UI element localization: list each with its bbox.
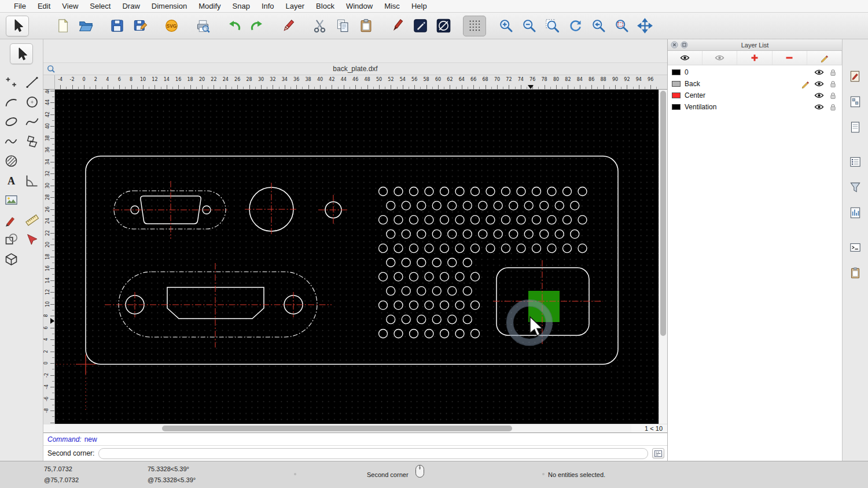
freehand-tool-button[interactable] <box>1 132 21 150</box>
vent-hole[interactable] <box>517 216 525 224</box>
zoom-window-button[interactable] <box>610 16 633 36</box>
vent-hole[interactable] <box>387 258 395 267</box>
vent-hole[interactable] <box>425 330 433 338</box>
menu-item-layer[interactable]: Layer <box>280 2 311 10</box>
vent-hole[interactable] <box>532 216 541 224</box>
vent-hole[interactable] <box>448 287 457 295</box>
layer-lock-icon[interactable] <box>828 80 838 88</box>
brush-tool-button[interactable] <box>1 210 21 229</box>
vent-hole[interactable] <box>563 244 572 253</box>
vent-hole[interactable] <box>410 330 418 338</box>
vent-hole[interactable] <box>417 258 426 267</box>
vent-hole[interactable] <box>455 216 464 224</box>
layer-lock-icon[interactable] <box>828 92 838 99</box>
vent-hole[interactable] <box>417 287 426 295</box>
add-layer-button[interactable] <box>737 51 772 65</box>
menu-item-block[interactable]: Block <box>310 2 340 10</box>
vent-hole[interactable] <box>455 187 464 196</box>
svg-export-button[interactable]: SVG <box>160 16 183 36</box>
vent-hole[interactable] <box>547 187 556 196</box>
drawing-canvas[interactable] <box>55 90 659 424</box>
menu-item-file[interactable]: File <box>8 2 32 10</box>
round-hole-small[interactable] <box>318 195 348 225</box>
vent-hole[interactable] <box>486 244 495 253</box>
vent-hole[interactable] <box>455 272 464 281</box>
vent-hole[interactable] <box>379 187 388 196</box>
print-preview-button[interactable] <box>191 16 214 36</box>
vent-hole[interactable] <box>502 216 510 224</box>
zoom-refresh-button[interactable] <box>564 16 587 36</box>
vent-hole[interactable] <box>410 244 418 253</box>
vent-hole[interactable] <box>394 330 403 338</box>
vent-hole[interactable] <box>432 201 441 210</box>
ellipse-tool-button[interactable] <box>1 112 21 131</box>
save-button[interactable] <box>105 16 128 36</box>
vent-hole[interactable] <box>555 230 564 238</box>
vent-hole[interactable] <box>425 187 433 196</box>
circle-tool-button[interactable] <box>22 93 42 111</box>
vent-hole[interactable] <box>517 187 525 196</box>
vent-hole[interactable] <box>379 272 388 281</box>
menu-item-window[interactable]: Window <box>340 2 378 10</box>
attributes-button[interactable] <box>409 16 432 36</box>
vent-hole[interactable] <box>479 230 487 238</box>
vent-hole[interactable] <box>532 244 541 253</box>
layer-visibility-eye-icon[interactable] <box>814 80 824 87</box>
image-tool-button[interactable] <box>1 191 21 209</box>
vent-hole[interactable] <box>432 258 441 267</box>
vent-hole[interactable] <box>410 216 418 224</box>
vent-hole[interactable] <box>440 272 449 281</box>
vent-hole[interactable] <box>524 201 533 210</box>
vent-hole[interactable] <box>463 201 472 210</box>
vent-hole[interactable] <box>463 287 472 295</box>
vent-hole[interactable] <box>402 230 410 238</box>
vent-hole[interactable] <box>394 216 403 224</box>
vent-hole[interactable] <box>387 201 395 210</box>
vent-hole[interactable] <box>425 216 433 224</box>
zoom-out-button[interactable] <box>517 16 540 36</box>
pen-panel-button[interactable] <box>846 67 865 86</box>
point-tool-button[interactable] <box>1 73 21 91</box>
menu-item-select[interactable]: Select <box>84 2 116 10</box>
vent-hole[interactable] <box>417 201 426 210</box>
menu-item-snap[interactable]: Snap <box>227 2 256 10</box>
vent-hole[interactable] <box>486 216 495 224</box>
cut-button[interactable] <box>308 16 331 36</box>
save-as-button[interactable] <box>128 16 152 36</box>
menu-item-help[interactable]: Help <box>406 2 433 10</box>
layer-lock-icon[interactable] <box>828 103 838 111</box>
vent-hole[interactable] <box>547 216 556 224</box>
vent-hole[interactable] <box>479 201 487 210</box>
open-file-button[interactable] <box>74 16 97 36</box>
vent-hole[interactable] <box>471 244 480 253</box>
layer-lock-icon[interactable] <box>828 69 838 76</box>
vent-hole[interactable] <box>471 216 480 224</box>
vent-hole[interactable] <box>425 244 433 253</box>
paste-button[interactable] <box>354 16 377 36</box>
menu-item-dimension[interactable]: Dimension <box>146 2 193 10</box>
vent-hole[interactable] <box>379 330 388 338</box>
text-tool-button[interactable]: A <box>1 171 21 190</box>
ellipse-dark-button[interactable] <box>432 16 455 36</box>
vertical-scrollbar[interactable] <box>659 90 667 424</box>
vent-hole[interactable] <box>555 201 564 210</box>
vent-hole[interactable] <box>417 315 426 324</box>
vertical-scrollbar-thumb[interactable] <box>660 91 666 336</box>
vent-hole[interactable] <box>448 258 457 267</box>
vent-hole[interactable] <box>463 315 472 324</box>
zoom-pan-button[interactable] <box>633 16 656 36</box>
vent-hole[interactable] <box>578 216 587 224</box>
vent-hole[interactable] <box>455 301 464 309</box>
hdmi-connector[interactable] <box>105 263 332 347</box>
vent-hole[interactable] <box>394 301 403 309</box>
vent-hole[interactable] <box>387 315 395 324</box>
vent-hole[interactable] <box>402 287 410 295</box>
library-panel-button[interactable] <box>846 204 865 222</box>
vent-hole[interactable] <box>486 187 495 196</box>
vent-hole[interactable] <box>440 244 449 253</box>
vent-hole[interactable] <box>540 230 549 238</box>
vent-hole[interactable] <box>410 187 418 196</box>
vent-hole[interactable] <box>394 187 403 196</box>
isometric-tool-button[interactable] <box>1 250 21 268</box>
vent-hole[interactable] <box>402 201 410 210</box>
